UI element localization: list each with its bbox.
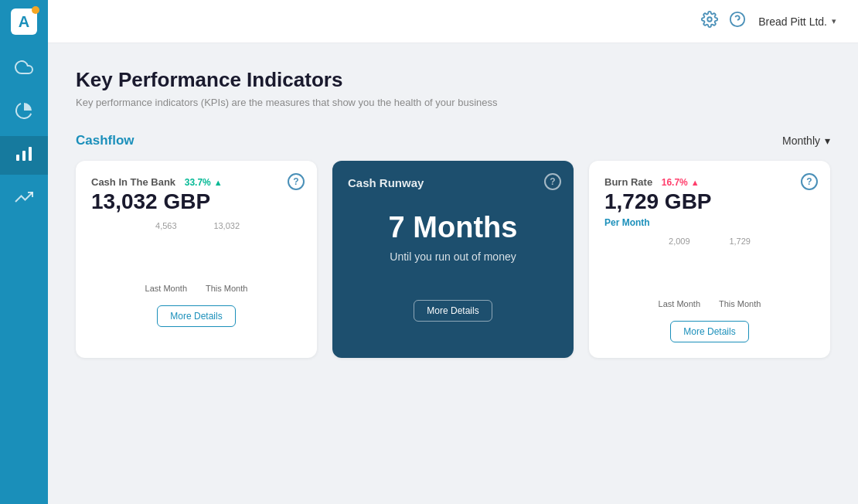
cashflow-footer: More Details [91, 299, 301, 327]
cashflow-up-arrow: ▲ [214, 178, 223, 187]
svg-rect-1 [22, 151, 26, 161]
burn-rate-bar-last-month: 2,009 Last Month [659, 237, 700, 308]
pie-chart-icon [15, 101, 33, 124]
burn-rate-up-arrow: ▲ [691, 178, 700, 187]
header-icons [701, 11, 746, 32]
cashflow-last-month-label: Last Month [145, 284, 187, 293]
cashflow-card: ? Cash In The Bank 33.7% ▲ 13,032 GBP 4,… [76, 161, 317, 358]
cashflow-help-icon[interactable]: ? [288, 173, 305, 190]
burn-rate-bar-chart: 2,009 Last Month 1,729 [604, 239, 815, 308]
cashflow-bar-chart: 4,563 Last Month 13,032 [91, 223, 301, 293]
cashflow-label: Cash In The Bank 33.7% ▲ [91, 176, 301, 188]
company-name: Bread Pitt Ltd. [758, 15, 827, 28]
help-circle-icon[interactable] [729, 11, 746, 32]
runway-footer: More Details [348, 294, 558, 322]
sidebar-item-bar-chart[interactable] [0, 136, 48, 175]
content-area: Key Performance Indicators Key performan… [48, 43, 858, 504]
period-chevron-icon: ▾ [825, 135, 830, 147]
burn-rate-footer: More Details [604, 315, 815, 342]
runway-value: 7 Months [348, 211, 558, 244]
burn-rate-more-details-button[interactable]: More Details [670, 321, 748, 342]
period-label: Monthly [782, 135, 820, 147]
runway-help-icon[interactable]: ? [544, 173, 561, 190]
header: Bread Pitt Ltd. ▾ [48, 0, 858, 43]
cashflow-this-month-label: This Month [206, 284, 247, 293]
burn-rate-bar-this-month: 1,729 This Month [719, 237, 761, 308]
burn-rate-help-icon[interactable]: ? [801, 173, 818, 190]
cashflow-badge: 33.7% ▲ [185, 177, 223, 188]
main-area: Bread Pitt Ltd. ▾ Key Performance Indica… [48, 0, 858, 504]
trend-icon [15, 188, 33, 210]
cashflow-bar-this-month: 13,032 This Month [206, 221, 247, 293]
logo-letter: A [11, 9, 37, 35]
cashflow-bar-last-month: 4,563 Last Month [145, 221, 187, 293]
cashflow-this-month-value: 13,032 [213, 221, 240, 230]
bar-chart-icon [15, 145, 33, 167]
burn-rate-last-month-label: Last Month [659, 299, 700, 308]
runway-card: ? Cash Runway 7 Months Until you run out… [332, 161, 574, 358]
cashflow-value: 13,032 GBP [91, 189, 301, 214]
sidebar-item-trend[interactable] [0, 179, 48, 218]
burn-rate-badge: 16.7% ▲ [662, 177, 700, 188]
burn-rate-value: 1,729 GBP [604, 189, 815, 214]
company-selector[interactable]: Bread Pitt Ltd. ▾ [758, 15, 836, 28]
runway-subtitle: Until you run out of money [348, 250, 558, 263]
sidebar-nav [0, 49, 48, 218]
sidebar-logo[interactable]: A [0, 0, 48, 43]
burn-rate-label: Burn Rate 16.7% ▲ [604, 176, 815, 188]
logo-dot [32, 6, 39, 14]
burn-rate-last-month-value: 2,009 [669, 237, 690, 246]
cloud-icon [15, 58, 33, 80]
sidebar-item-cloud[interactable] [0, 49, 48, 88]
burn-rate-this-month-label: This Month [719, 299, 761, 308]
svg-rect-0 [29, 147, 32, 161]
svg-rect-2 [16, 155, 19, 161]
sidebar-item-pie[interactable] [0, 93, 48, 131]
page-subtitle: Key performance indicators (KPIs) are th… [76, 97, 830, 108]
period-selector[interactable]: Monthly ▾ [782, 135, 830, 147]
burn-rate-per-month: Per Month [604, 217, 815, 228]
cashflow-last-month-value: 4,563 [155, 221, 177, 230]
section-header: Cashflow Monthly ▾ [76, 133, 830, 148]
page-title: Key Performance Indicators [76, 68, 830, 92]
runway-more-details-button[interactable]: More Details [414, 300, 492, 322]
section-title: Cashflow [76, 133, 134, 148]
sidebar: A [0, 0, 48, 504]
runway-label: Cash Runway [348, 176, 558, 189]
cashflow-more-details-button[interactable]: More Details [157, 305, 235, 327]
burn-rate-this-month-value: 1,729 [729, 237, 751, 246]
burn-rate-card: ? Burn Rate 16.7% ▲ 1,729 GBP Per Month … [589, 161, 830, 358]
svg-point-3 [708, 17, 713, 22]
settings-icon[interactable] [701, 11, 718, 32]
chevron-down-icon: ▾ [832, 16, 836, 26]
cards-grid: ? Cash In The Bank 33.7% ▲ 13,032 GBP 4,… [76, 161, 830, 358]
